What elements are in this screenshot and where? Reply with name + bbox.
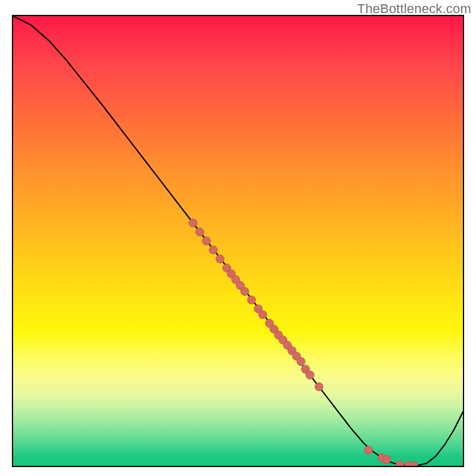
data-point <box>209 246 217 254</box>
data-point <box>259 311 267 319</box>
data-point <box>315 383 323 391</box>
data-point <box>189 219 197 227</box>
data-point <box>248 296 256 304</box>
chart-canvas: TheBottleneck.com <box>0 0 476 476</box>
data-point <box>240 287 249 296</box>
watermark-text: TheBottleneck.com <box>357 1 471 17</box>
data-point <box>364 446 372 455</box>
highlighted-points <box>189 219 417 466</box>
data-point <box>306 371 314 379</box>
data-point <box>216 255 224 263</box>
plot-area <box>12 15 464 467</box>
data-point <box>396 461 404 466</box>
bottleneck-curve <box>13 16 463 466</box>
data-point <box>297 358 305 366</box>
overlay-svg <box>13 16 463 466</box>
data-point <box>383 455 391 464</box>
data-point <box>202 237 211 245</box>
data-point <box>196 228 204 236</box>
